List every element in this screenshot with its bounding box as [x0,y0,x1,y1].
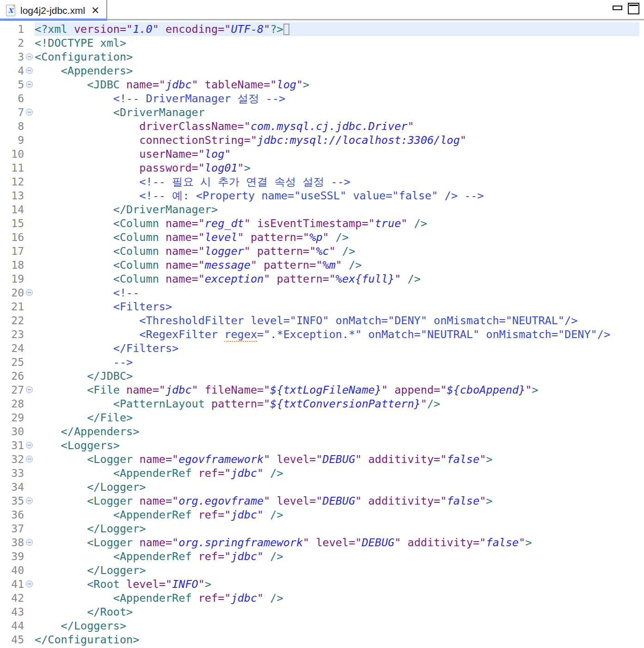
code-text[interactable]: connectionString="jdbc:mysql://localhost… [35,133,639,147]
code-token: level=" [277,494,323,507]
code-token: isEventTimestamp=" [257,217,375,230]
code-text[interactable]: password="log01"> [35,161,639,175]
code-text[interactable]: <Logger name="egovframework" level="DEBU… [35,452,639,466]
line-number: 35 [0,494,24,508]
code-token: ref=" [198,508,231,521]
gutter: 32 [0,452,35,466]
code-text[interactable]: <!-- 필요 시 추가 연결 속성 설정 --> [35,175,639,189]
code-text[interactable]: </Loggers> [35,619,639,633]
gutter: 41 [0,577,35,591]
fold-minus-icon[interactable] [26,289,33,296]
code-text[interactable]: <AppenderRef ref="jdbc" /> [35,466,639,480]
code-text[interactable]: --> [35,355,639,369]
code-token: additivity=" [368,494,447,507]
fold-column [24,355,35,369]
gutter: 6 [0,92,35,105]
code-text[interactable]: <Column name="level" pattern="%p" /> [35,230,639,244]
code-text[interactable]: <Filters> [35,300,639,314]
line-number: 13 [0,189,24,203]
code-text[interactable]: <DriverManager [35,105,639,119]
code-text[interactable]: driverClassName="com.mysql.cj.jdbc.Drive… [35,119,639,133]
code-text[interactable]: <JDBC name="jdbc" tableName="log"> [35,78,639,92]
code-text[interactable]: </Logger> [35,480,639,494]
line-number: 29 [0,411,24,425]
fold-minus-icon[interactable] [26,456,33,463]
code-line: 45</Configuration> [0,633,639,647]
line-number: 36 [0,508,24,522]
code-text[interactable]: </File> [35,411,639,425]
fold-minus-icon[interactable] [26,81,33,88]
code-token: log [205,148,224,160]
code-token: --> [35,356,133,369]
code-token: <Logger [35,453,139,466]
line-number: 33 [0,466,24,480]
code-token: " [323,231,329,244]
code-text[interactable]: <Column name="message" pattern="%m" /> [35,258,639,272]
code-text[interactable]: <Logger name="org.springframework" level… [35,536,639,549]
code-token: ${txtLogFileName} [270,383,381,396]
code-text[interactable]: <Root level="INFO"> [35,577,639,591]
code-text[interactable]: </JDBC> [35,369,639,383]
gutter: 28 [0,397,35,411]
code-text[interactable]: </Configuration> [35,633,639,647]
code-token: </Loggers> [35,619,126,632]
code-editor[interactable]: 1<?xml version="1.0" encoding="UTF-8"?>2… [0,21,644,648]
code-text[interactable]: userName="log" [35,147,639,161]
code-token: <Root [35,578,126,591]
fold-minus-icon[interactable] [26,67,33,74]
code-token: <Logger [35,494,139,507]
code-text[interactable]: <AppenderRef ref="jdbc" /> [35,591,639,605]
fold-column [24,189,35,203]
code-text[interactable]: <Column name="reg_dt" isEventTimestamp="… [35,216,639,230]
fold-minus-icon[interactable] [26,442,33,449]
code-text[interactable]: <Loggers> [35,438,639,452]
fold-minus-icon[interactable] [26,497,33,504]
code-text[interactable]: <!-- [35,286,639,300]
fold-minus-icon[interactable] [26,109,33,116]
code-text[interactable]: <Configuration> [35,50,639,64]
code-line: 28 <PatternLayout pattern="${txtConversi… [0,397,639,411]
gutter: 15 [0,216,35,230]
code-text[interactable]: </DriverManager> [35,203,639,216]
code-token: " [238,161,244,174]
fold-minus-icon[interactable] [26,539,33,546]
code-text[interactable]: <Column name="exception" pattern="%ex{fu… [35,272,639,286]
code-text[interactable]: <?xml version="1.0" encoding="UTF-8"?> [35,22,639,36]
gutter: 37 [0,522,35,536]
code-text[interactable]: </Logger> [35,563,639,577]
code-text[interactable]: <File name="jdbc" fileName="${txtLogFile… [35,383,639,397]
code-text[interactable]: <PatternLayout pattern="${txtConversionP… [35,397,639,411]
code-text[interactable]: <RegexFilter regex=".*Exception.*" onMat… [35,327,639,341]
code-text[interactable]: <!-- 예: <Property name="useSSL" value="f… [35,189,639,203]
code-token: ${cboAppend} [447,383,525,396]
minimize-icon[interactable] [613,6,622,10]
code-text[interactable]: <AppenderRef ref="jdbc" /> [35,549,639,563]
code-token: ref=" [198,550,231,563]
code-token: %c [316,245,329,258]
code-text[interactable]: <ThresholdFilter level="INFO" onMatch="D… [35,314,639,327]
code-token: level=" [277,453,323,466]
code-token: <!DOCTYPE xml> [35,37,126,49]
code-text[interactable]: <Appenders> [35,64,639,78]
code-text[interactable]: <!-- DriverManager 설정 --> [35,92,639,105]
code-text[interactable]: </Appenders> [35,425,639,438]
fold-column [24,605,35,619]
tab-title: log4j2-jdbc.xml [20,5,85,16]
fold-minus-icon[interactable] [26,580,33,587]
tab-log4j2-jdbc[interactable]: X log4j2-jdbc.xml ✕ [0,0,107,21]
code-text[interactable]: <AppenderRef ref="jdbc" /> [35,508,639,522]
fold-minus-icon[interactable] [26,53,33,60]
code-token: " [257,467,264,480]
code-text[interactable]: <Column name="logger" pattern="%c" /> [35,244,639,258]
fold-column [24,147,35,161]
code-token: false [447,494,479,507]
code-text[interactable]: </Root> [35,605,639,619]
code-text[interactable]: <!DOCTYPE xml> [35,36,639,50]
line-number: 42 [0,591,24,605]
maximize-icon[interactable] [628,3,639,14]
code-text[interactable]: </Logger> [35,522,639,536]
code-text[interactable]: </Filters> [35,341,639,355]
close-icon[interactable]: ✕ [91,6,99,16]
fold-minus-icon[interactable] [26,386,33,393]
code-text[interactable]: <Logger name="org.egovframe" level="DEBU… [35,494,639,508]
